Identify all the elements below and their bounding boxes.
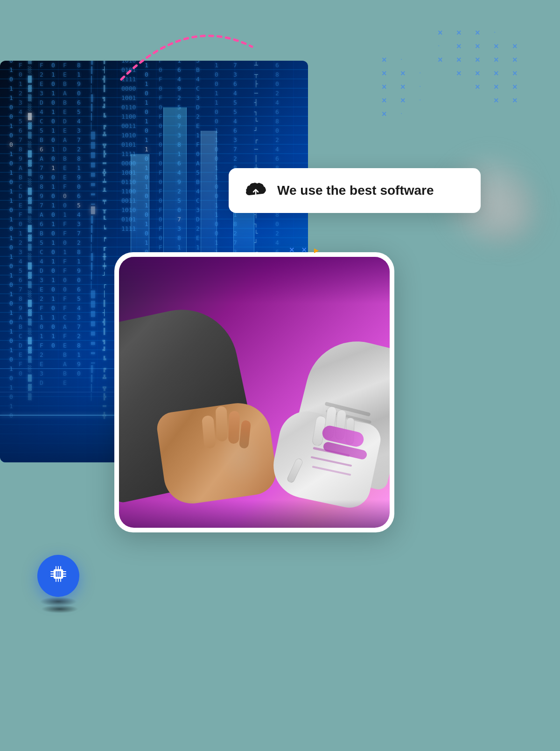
svg-rect-2 — [56, 571, 61, 577]
software-card-text: We use the best software — [277, 183, 434, 198]
handshake-image — [119, 257, 390, 528]
pink-arc-decoration — [117, 9, 257, 86]
software-card: We use the best software — [229, 168, 481, 213]
dot-grid-decoration: × × × · · × × × × × · × × × × × × × · — [382, 28, 527, 119]
handshake-card — [114, 252, 394, 532]
smoke-decoration-2 — [471, 177, 546, 252]
scene-container: × × × · · × × × × × · × × × × × × × · — [0, 0, 560, 751]
cloud-upload-icon — [244, 178, 268, 203]
chip-button[interactable] — [37, 555, 79, 597]
chip-icon — [49, 564, 68, 588]
small-x-dots: × × ▸ — [289, 245, 318, 255]
